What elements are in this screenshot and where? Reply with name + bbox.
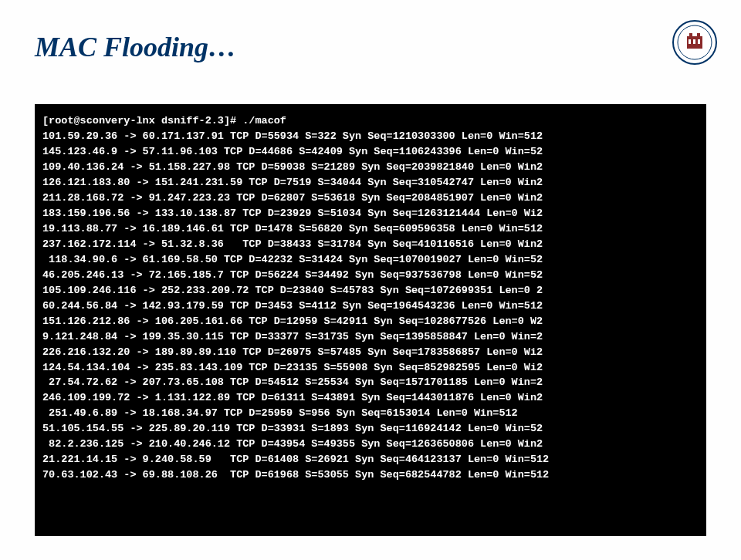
svg-rect-7 xyxy=(698,39,700,44)
slide-title: MAC Flooding… xyxy=(35,31,236,63)
svg-rect-5 xyxy=(689,39,691,44)
terminal-output: [root@sconvery-lnx dsniff-2.3]# ./macof … xyxy=(35,104,706,536)
slide: MAC Flooding… [root@sconvery-lnx dsniff-… xyxy=(0,0,741,560)
svg-rect-6 xyxy=(693,39,695,44)
terminal-text: [root@sconvery-lnx dsniff-2.3]# ./macof … xyxy=(42,113,699,483)
logo-seal xyxy=(672,19,718,66)
